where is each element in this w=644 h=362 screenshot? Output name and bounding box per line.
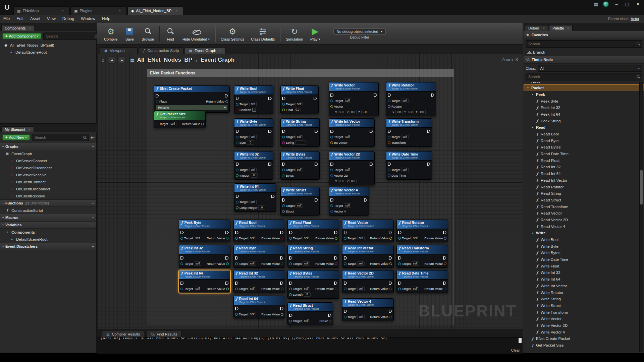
object-pin[interactable] bbox=[344, 237, 346, 240]
exec-pin[interactable] bbox=[315, 130, 318, 133]
value-box[interactable]: 0.0 bbox=[338, 110, 345, 114]
value-box[interactable]: self bbox=[344, 135, 351, 139]
value-box[interactable]: self bbox=[401, 99, 408, 103]
string-pin[interactable] bbox=[335, 262, 337, 265]
node-write-struct[interactable]: ƒWrite StructTarget is ENet PacketTarget… bbox=[280, 187, 320, 216]
palette-item-read-transform[interactable]: ƒRead Transform bbox=[524, 203, 644, 210]
exec-pin[interactable] bbox=[388, 163, 391, 166]
exec-pin[interactable] bbox=[314, 97, 317, 100]
bytes-pin[interactable] bbox=[335, 288, 337, 290]
value-box[interactable]: 0.0 bbox=[361, 110, 368, 114]
tab-find-results[interactable]: Find Results bbox=[146, 331, 181, 337]
section-functions[interactable]: ▾Functions(21 Overridable)+ bbox=[0, 199, 96, 207]
byte-pin[interactable] bbox=[281, 262, 283, 265]
menu-asset[interactable]: Asset bbox=[27, 16, 44, 21]
exec-pin[interactable] bbox=[398, 256, 401, 260]
node-read-int-32[interactable]: ƒRead Int 32Target is ENet PacketTargets… bbox=[233, 270, 285, 293]
int-pin[interactable] bbox=[281, 288, 283, 290]
node-read-transform[interactable]: ƒRead TransformTarget is ENet PacketTarg… bbox=[396, 245, 448, 268]
node-read-rotator[interactable]: ƒRead RotatorTarget is ENet PacketTarget… bbox=[396, 220, 448, 242]
exec-pin[interactable] bbox=[315, 198, 318, 202]
collapse-arrow-icon[interactable]: ▾ bbox=[2, 224, 4, 227]
find-a-node-header[interactable]: Find a Node bbox=[524, 56, 644, 64]
object-pin[interactable] bbox=[388, 100, 390, 102]
exec-pin[interactable] bbox=[268, 163, 272, 166]
add-icon[interactable]: + bbox=[92, 215, 94, 220]
node-write-bytes[interactable]: ƒWrite BytesTarget is ENet PacketTargets… bbox=[280, 151, 320, 180]
event-graph-canvas[interactable]: ☆ ◄ ► ▦ All_ENet_Nodes_BP › Event Graph … bbox=[97, 54, 523, 329]
value-box[interactable]: self bbox=[194, 261, 201, 266]
value-box[interactable]: self bbox=[303, 236, 310, 240]
int-pin[interactable] bbox=[236, 174, 238, 177]
node-read-string[interactable]: ƒRead StringTarget is ENet PacketTargets… bbox=[287, 245, 339, 268]
vector-pin[interactable] bbox=[389, 237, 392, 240]
exec-pin[interactable] bbox=[443, 231, 446, 234]
add-icon[interactable]: + bbox=[92, 244, 94, 249]
node-read-int-64[interactable]: ƒRead Int 64Target is ENet PacketTargets… bbox=[233, 296, 285, 318]
value-box[interactable]: 0.0 bbox=[350, 179, 357, 183]
exec-pin[interactable] bbox=[282, 130, 285, 133]
blueprint-item-onclientconnect[interactable]: ◇OnClientConnect bbox=[0, 178, 96, 185]
palette-item-packet[interactable]: ▾Packet bbox=[524, 84, 644, 91]
exec-pin[interactable] bbox=[225, 256, 229, 260]
close-icon[interactable]: ✕ bbox=[543, 27, 545, 30]
object-pin[interactable] bbox=[330, 204, 333, 207]
exec-pin[interactable] bbox=[374, 94, 377, 97]
byte-pin[interactable] bbox=[236, 141, 238, 144]
value-box[interactable]: self bbox=[344, 168, 351, 172]
blueprint-item-onclientreceive[interactable]: ◇OnClientReceive bbox=[0, 192, 96, 199]
component-item-defaultsceneroot[interactable]: ●DefaultSceneRoot bbox=[0, 49, 96, 56]
close-icon[interactable]: ✕ bbox=[567, 27, 570, 30]
object-pin[interactable] bbox=[282, 204, 285, 207]
node-write-string[interactable]: ƒWrite StringTarget is ENet PacketTarget… bbox=[280, 118, 320, 147]
collapse-arrow-icon[interactable]: ▾ bbox=[526, 86, 530, 89]
parent-class-link[interactable]: Actor bbox=[631, 17, 639, 21]
exec-pin[interactable] bbox=[344, 256, 347, 260]
close-button[interactable]: ✕ bbox=[635, 2, 641, 7]
object-pin[interactable] bbox=[344, 288, 346, 290]
node-write-date-time[interactable]: ƒWrite Date TimeTarget is ENet PacketTar… bbox=[386, 151, 432, 180]
palette-item-read-string[interactable]: ƒRead String bbox=[524, 190, 644, 197]
layout-icon[interactable]: ▦ bbox=[594, 2, 598, 7]
exec-pin[interactable] bbox=[344, 231, 347, 234]
enum-dropdown[interactable]: Reliable▾ bbox=[156, 105, 228, 110]
exec-pin[interactable] bbox=[236, 163, 239, 166]
palette-item-write-vector-2d[interactable]: ƒWrite Vector 2D bbox=[524, 322, 644, 329]
add-icon[interactable]: + bbox=[92, 223, 94, 228]
node-write-int-32[interactable]: ƒWrite Int 32Target is ENet PacketTarget… bbox=[234, 151, 273, 180]
section-graphs[interactable]: ▾Graphs+ bbox=[0, 143, 96, 150]
rotator-pin[interactable] bbox=[388, 105, 390, 108]
breadcrumb-current[interactable]: Event Graph bbox=[201, 57, 234, 63]
object-pin[interactable] bbox=[398, 288, 401, 290]
value-box[interactable]: self bbox=[194, 236, 201, 240]
object-pin[interactable] bbox=[180, 262, 183, 265]
bool-pin[interactable] bbox=[236, 109, 238, 111]
exec-pin[interactable] bbox=[330, 198, 334, 202]
value-box[interactable]: self bbox=[169, 122, 176, 126]
object-pin[interactable] bbox=[225, 100, 228, 103]
object-pin[interactable] bbox=[289, 288, 292, 290]
int-pin[interactable] bbox=[226, 262, 229, 265]
palette-item-read[interactable]: ▾Read bbox=[524, 124, 644, 131]
int64-pin[interactable] bbox=[226, 288, 229, 290]
text-input[interactable] bbox=[295, 140, 306, 145]
menu-file[interactable]: File bbox=[0, 16, 13, 21]
object-pin[interactable] bbox=[344, 262, 346, 265]
collapse-arrow-icon[interactable]: ▾ bbox=[531, 93, 534, 96]
close-icon[interactable]: ✕ bbox=[219, 49, 221, 52]
palette-item-write-vector-4[interactable]: ƒWrite Vector 4 bbox=[524, 329, 644, 336]
components-search[interactable] bbox=[43, 33, 100, 40]
exec-pin[interactable] bbox=[280, 256, 283, 260]
object-pin[interactable] bbox=[282, 103, 285, 106]
collapse-arrow-icon[interactable]: ▾ bbox=[531, 232, 534, 235]
exec-pin[interactable] bbox=[282, 97, 285, 100]
exec-pin[interactable] bbox=[364, 198, 367, 202]
exec-pin[interactable] bbox=[334, 282, 337, 285]
value-box[interactable]: self bbox=[412, 287, 419, 291]
exec-pin[interactable] bbox=[389, 282, 392, 285]
node-peek-int-64[interactable]: ƒPeek Int 64Target is ENet PacketTargets… bbox=[179, 270, 230, 293]
exec-pin[interactable] bbox=[389, 231, 392, 234]
exec-pin[interactable] bbox=[388, 130, 391, 133]
exec-pin[interactable] bbox=[235, 231, 238, 234]
value-box[interactable]: 0.0 bbox=[294, 108, 301, 112]
